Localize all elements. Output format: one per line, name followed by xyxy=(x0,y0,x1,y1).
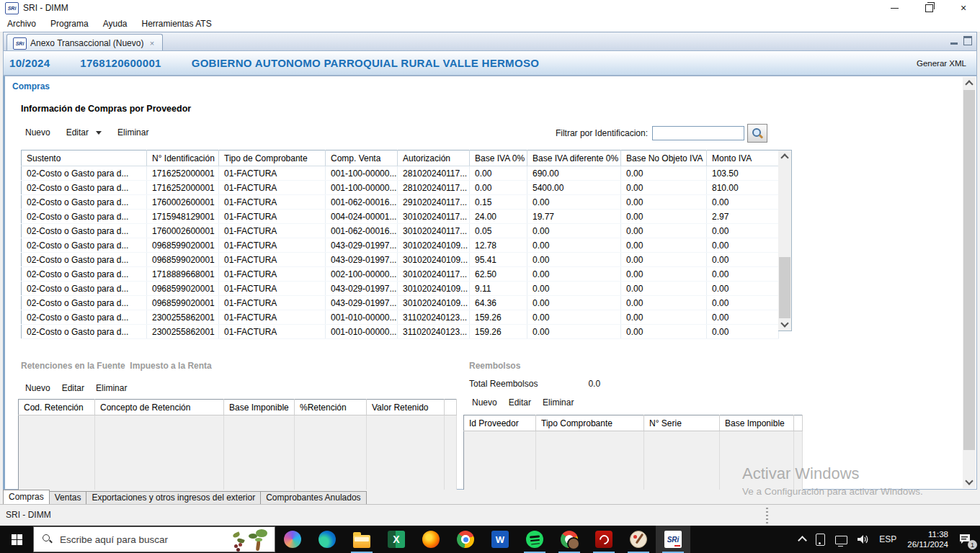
generar-xml-button[interactable]: Generar XML xyxy=(917,59,966,68)
table-row[interactable]: 02-Costo o Gasto para d...09685990200010… xyxy=(22,296,779,310)
table-cell: 043-029-01997... xyxy=(326,238,398,253)
column-header[interactable]: Tipo de Comprobante xyxy=(219,150,326,166)
taskbar-icon-word[interactable] xyxy=(483,526,517,553)
panel-scroll-down-icon[interactable] xyxy=(963,476,976,488)
tray-volume-icon[interactable] xyxy=(852,526,874,553)
scroll-down-icon[interactable] xyxy=(778,318,791,331)
menu-ayuda[interactable]: Ayuda xyxy=(96,17,135,30)
search-icon xyxy=(752,128,763,139)
tray-network-icon[interactable] xyxy=(830,526,852,553)
column-header-filler xyxy=(445,400,457,415)
reembolsos-eliminar-button[interactable]: Eliminar xyxy=(543,397,574,408)
menu-archivo[interactable]: Archivo xyxy=(0,17,43,30)
editar-button[interactable]: Editar xyxy=(66,127,89,138)
eliminar-button[interactable]: Eliminar xyxy=(117,127,148,138)
table-row[interactable]: 02-Costo o Gasto para d...09685990200010… xyxy=(22,253,779,267)
filter-input[interactable] xyxy=(652,126,744,140)
tray-language-indicator[interactable]: ESP xyxy=(874,526,901,553)
column-header[interactable]: Sustento xyxy=(22,150,147,166)
table-row[interactable]: 02-Costo o Gasto para d...17162520000010… xyxy=(22,166,779,181)
tab-close-icon[interactable]: × xyxy=(147,39,156,48)
panel-scrollbar-thumb[interactable] xyxy=(963,90,975,450)
table-cell: 001-100-00000... xyxy=(326,166,398,181)
panel-scroll-up-icon[interactable] xyxy=(963,77,976,89)
tray-clock[interactable]: 11:38 26/11/2024 xyxy=(901,529,954,549)
nuevo-button[interactable]: Nuevo xyxy=(25,127,50,138)
column-header[interactable]: Comp. Venta xyxy=(326,150,398,166)
menu-herramientas-ats[interactable]: Herramientas ATS xyxy=(135,17,219,30)
reembolsos-editar-button[interactable]: Editar xyxy=(509,397,531,408)
column-header[interactable]: Autorización xyxy=(398,150,470,166)
table-cell: 0.00 xyxy=(527,238,621,253)
filter-search-button[interactable] xyxy=(747,124,767,143)
column-header[interactable]: %Retención xyxy=(295,400,367,415)
column-header[interactable]: Base No Objeto IVA xyxy=(621,150,707,166)
panel-scrollbar[interactable] xyxy=(963,77,976,488)
table-cell: 0.00 xyxy=(707,195,779,210)
table-row[interactable]: 02-Costo o Gasto para d...17600026000010… xyxy=(22,195,779,210)
scrollbar-thumb[interactable] xyxy=(779,257,790,318)
table-cell: 0.00 xyxy=(527,267,621,282)
taskbar-icon-file-explorer[interactable] xyxy=(344,526,379,553)
column-header[interactable]: Tipo Comprobante xyxy=(536,415,644,431)
retenciones-editar-button[interactable]: Editar xyxy=(62,383,84,393)
tab-ventas[interactable]: Ventas xyxy=(49,491,87,504)
scroll-up-icon[interactable] xyxy=(778,150,791,163)
taskbar-icon-edge[interactable] xyxy=(310,526,344,553)
table-cell: 0968599020001 xyxy=(147,282,219,296)
file-explorer-icon xyxy=(353,535,370,548)
retenciones-eliminar-button[interactable]: Eliminar xyxy=(96,383,127,393)
taskbar-icon-spotify[interactable] xyxy=(517,526,552,553)
taskbar-icon-excel[interactable] xyxy=(379,526,414,553)
tab-exportaciones[interactable]: Exportaciones y otros ingresos del exter… xyxy=(86,491,261,504)
copilot-icon xyxy=(284,531,301,548)
chrome-icon xyxy=(457,531,474,548)
reembolsos-nuevo-button[interactable]: Nuevo xyxy=(472,397,497,408)
column-header[interactable]: Base IVA 0% xyxy=(470,150,527,166)
table-row[interactable]: 02-Costo o Gasto para d...17188896680010… xyxy=(22,267,779,282)
table-row[interactable]: 02-Costo o Gasto para d...17159481290010… xyxy=(22,210,779,224)
taskbar-icon-acrobat[interactable] xyxy=(587,526,621,553)
column-header[interactable]: Base IVA diferente 0% xyxy=(527,150,621,166)
tray-chevron-up-icon[interactable] xyxy=(794,526,811,553)
taskbar-icon-paint[interactable] xyxy=(621,526,656,553)
close-button[interactable]: × xyxy=(947,0,980,16)
taskbar-search-input[interactable] xyxy=(58,534,198,546)
taskbar-search[interactable] xyxy=(33,526,275,552)
column-header[interactable]: N° Identificación xyxy=(147,150,219,166)
table-row[interactable]: 02-Costo o Gasto para d...09685990200010… xyxy=(22,238,779,253)
taskbar-icon-chrome-profile[interactable] xyxy=(552,526,587,553)
column-header[interactable]: Monto IVA xyxy=(707,150,779,166)
column-header[interactable]: Cod. Retención xyxy=(19,400,95,415)
table-row[interactable]: 02-Costo o Gasto para d...09685990200010… xyxy=(22,282,779,296)
column-header[interactable]: Base Imponible xyxy=(720,415,794,431)
tab-anexo-transaccional[interactable]: Anexo Transaccional (Nuevo) × xyxy=(6,34,163,52)
view-maximize-icon[interactable] xyxy=(963,36,972,45)
column-header[interactable]: N° Serie xyxy=(644,415,720,431)
taskbar-icon-firefox[interactable] xyxy=(414,526,448,553)
view-minimize-icon[interactable] xyxy=(950,36,958,45)
tab-comprobantes-anulados[interactable]: Comprobantes Anulados xyxy=(260,491,366,504)
table-row[interactable]: 02-Costo o Gasto para d...23002558620010… xyxy=(22,325,779,339)
table-row[interactable]: 02-Costo o Gasto para d...17600026000010… xyxy=(22,224,779,238)
taskbar-icon-sri-dimm[interactable] xyxy=(656,526,690,553)
taskbar-icon-copilot[interactable] xyxy=(275,526,310,553)
restore-button[interactable] xyxy=(912,0,945,16)
column-header[interactable]: Valor Retenido xyxy=(367,400,445,415)
column-header[interactable]: Concepto de Retención xyxy=(95,400,224,415)
taskbar-icon-chrome[interactable] xyxy=(448,526,483,553)
start-button[interactable] xyxy=(0,526,33,553)
splitter-handle[interactable] xyxy=(766,508,768,523)
tab-compras[interactable]: Compras xyxy=(3,490,50,504)
table-row[interactable]: 02-Costo o Gasto para d...17162520000010… xyxy=(22,181,779,195)
retenciones-nuevo-button[interactable]: Nuevo xyxy=(25,383,50,393)
column-header[interactable]: Base Imponible xyxy=(224,400,295,415)
minimize-button[interactable] xyxy=(878,0,911,16)
menu-programa[interactable]: Programa xyxy=(43,17,96,30)
table-scrollbar[interactable] xyxy=(778,150,792,331)
table-row[interactable]: 02-Costo o Gasto para d...23002558620010… xyxy=(22,310,779,325)
tray-device-icon[interactable] xyxy=(811,526,830,553)
notification-center-icon[interactable]: 1 xyxy=(954,526,980,553)
editar-dropdown-icon[interactable] xyxy=(96,131,102,135)
column-header[interactable]: Id Proveedor xyxy=(464,415,536,431)
